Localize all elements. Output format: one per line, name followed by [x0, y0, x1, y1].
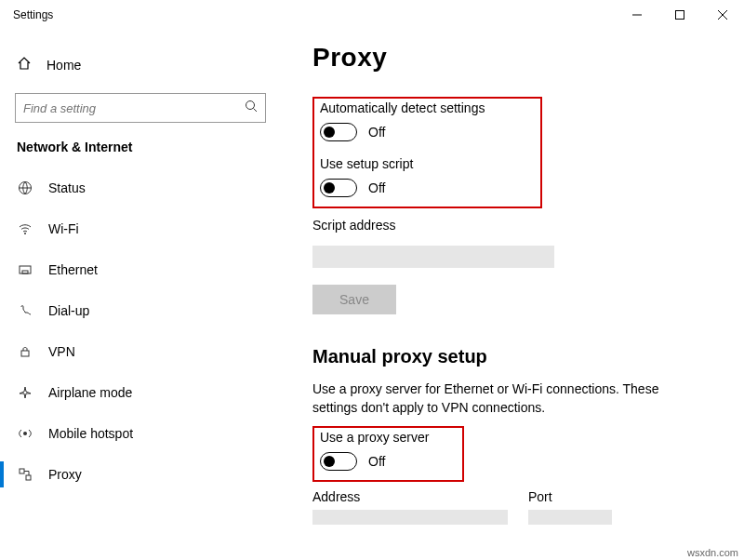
dialup-icon	[17, 303, 33, 318]
sidebar-item-label: Dial-up	[48, 303, 89, 318]
home-button[interactable]: Home	[0, 48, 281, 82]
sidebar-item-hotspot[interactable]: Mobile hotspot	[0, 413, 281, 454]
ethernet-icon	[17, 262, 33, 277]
svg-rect-10	[21, 351, 29, 356]
highlight-box-manual: Use a proxy server Off	[312, 426, 464, 482]
maximize-icon	[675, 10, 684, 20]
svg-point-7	[24, 233, 26, 234]
use-proxy-state: Off	[368, 454, 385, 469]
address-label: Address	[312, 489, 508, 504]
save-button[interactable]: Save	[312, 285, 396, 314]
svg-line-5	[254, 109, 258, 113]
port-input[interactable]	[528, 510, 612, 525]
use-proxy-toggle[interactable]	[320, 452, 357, 471]
hotspot-icon	[17, 426, 33, 441]
auto-detect-label: Automatically detect settings	[320, 100, 485, 115]
category-title: Network & Internet	[0, 140, 281, 167]
sidebar-item-label: Wi-Fi	[48, 221, 79, 236]
script-address-label: Script address	[312, 218, 712, 233]
status-icon	[17, 180, 33, 195]
setup-script-label: Use setup script	[320, 156, 485, 171]
close-icon	[718, 10, 727, 20]
close-button[interactable]	[701, 0, 744, 30]
sidebar-item-label: Status	[48, 180, 86, 195]
vpn-icon	[17, 344, 33, 359]
sidebar-item-label: Ethernet	[48, 262, 98, 277]
svg-rect-13	[26, 475, 31, 480]
sidebar-item-ethernet[interactable]: Ethernet	[0, 249, 281, 290]
wifi-icon	[17, 221, 33, 236]
sidebar-item-label: Airplane mode	[48, 385, 132, 400]
sidebar-item-label: Mobile hotspot	[48, 426, 133, 441]
sidebar: Home Network & Internet Status Wi-Fi Eth…	[0, 30, 281, 560]
home-icon	[17, 56, 32, 74]
window-controls	[616, 0, 744, 30]
manual-section-desc: Use a proxy server for Ethernet or Wi-Fi…	[312, 380, 703, 417]
sidebar-item-dialup[interactable]: Dial-up	[0, 290, 281, 331]
search-icon	[245, 100, 258, 116]
minimize-icon	[632, 10, 642, 20]
use-proxy-label: Use a proxy server	[320, 430, 429, 445]
address-port-row: Address Port	[312, 489, 712, 525]
sidebar-item-label: Proxy	[48, 467, 82, 482]
auto-detect-toggle[interactable]	[320, 123, 357, 141]
sidebar-item-airplane[interactable]: Airplane mode	[0, 372, 281, 413]
script-address-input[interactable]	[312, 246, 554, 268]
sidebar-item-wifi[interactable]: Wi-Fi	[0, 208, 281, 249]
svg-point-4	[246, 101, 255, 110]
sidebar-item-status[interactable]: Status	[0, 167, 281, 208]
port-label: Port	[528, 489, 612, 504]
home-label: Home	[46, 58, 81, 73]
setup-script-state: Off	[368, 180, 385, 195]
window-title: Settings	[13, 8, 53, 21]
page-title: Proxy	[312, 43, 712, 73]
watermark: wsxdn.com	[687, 547, 738, 558]
highlight-box-auto: Automatically detect settings Off Use se…	[312, 97, 542, 208]
minimize-button[interactable]	[616, 0, 658, 30]
sidebar-item-label: VPN	[48, 344, 75, 359]
search-input[interactable]	[23, 101, 245, 115]
setup-script-toggle[interactable]	[320, 179, 357, 197]
content-panel: Proxy Automatically detect settings Off …	[281, 30, 744, 560]
search-box[interactable]	[15, 93, 266, 123]
sidebar-item-proxy[interactable]: Proxy	[0, 454, 281, 495]
nav-list: Status Wi-Fi Ethernet Dial-up VPN Airpla…	[0, 167, 281, 495]
svg-rect-12	[20, 469, 24, 473]
manual-section-title: Manual proxy setup	[312, 346, 712, 367]
svg-rect-9	[22, 271, 28, 273]
sidebar-item-vpn[interactable]: VPN	[0, 331, 281, 372]
address-input[interactable]	[312, 510, 508, 525]
svg-point-11	[23, 432, 27, 435]
svg-rect-8	[20, 266, 31, 273]
proxy-icon	[17, 467, 33, 482]
maximize-button[interactable]	[658, 0, 701, 30]
airplane-icon	[17, 385, 33, 400]
auto-detect-state: Off	[368, 125, 385, 140]
svg-rect-1	[676, 11, 684, 20]
